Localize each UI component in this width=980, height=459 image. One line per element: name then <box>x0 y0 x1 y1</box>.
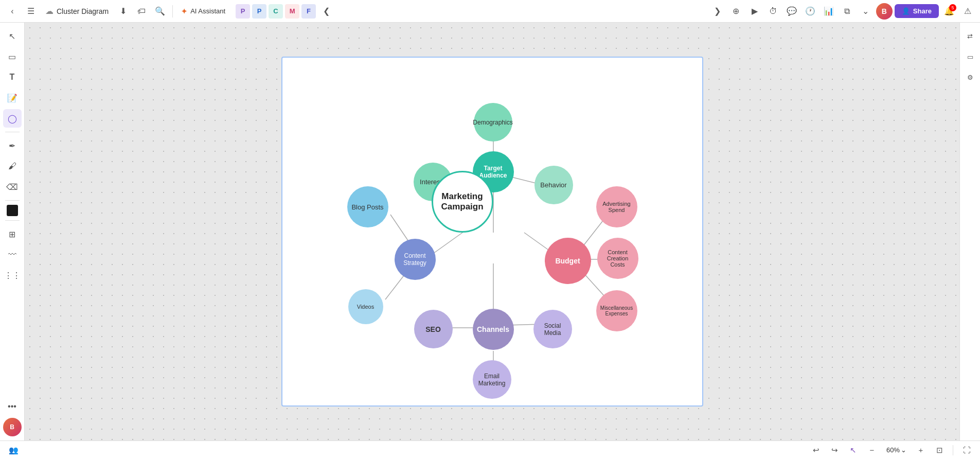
tab-indigo[interactable]: F <box>301 4 316 19</box>
tool-frame[interactable]: ▭ <box>3 47 22 66</box>
fit-screen-button[interactable]: ⊡ <box>932 443 947 457</box>
demographics-label: Demographics <box>473 119 512 126</box>
help-button[interactable]: ⚠ <box>959 3 976 20</box>
tool-shapes[interactable]: ◯ <box>3 109 22 128</box>
node-email-marketing[interactable]: Email Marketing <box>473 360 511 399</box>
tag-button[interactable]: 🏷 <box>133 3 150 20</box>
budget-label: Budget <box>555 257 580 265</box>
node-demographics[interactable]: Demographics <box>474 103 512 142</box>
zoom-display[interactable]: 60% ⌄ <box>883 445 910 455</box>
content-creation-label: Content Creation Costs <box>607 249 629 268</box>
toolbar-right: ❯ ⊕ ▶ ⏱ 💬 🕐 📊 ⧉ ⌄ B 👤 Share 🔔 5 ⚠ <box>709 3 976 20</box>
fullscreen-button[interactable]: ⛶ <box>959 443 974 457</box>
diagram-title: ☁ Cluster Diagram <box>41 6 113 16</box>
node-content-creation-costs[interactable]: Content Creation Costs <box>597 238 638 279</box>
node-miscellaneous-expenses[interactable]: Miscellaneous Expenses <box>596 290 637 331</box>
content-strategy-label: Content Strategy <box>403 252 426 267</box>
misc-label: Miscellaneous Expenses <box>600 305 633 316</box>
canvas-area[interactable]: Marketing Campaign Target Audience Demog… <box>25 23 959 440</box>
tab-p[interactable]: P <box>236 4 250 19</box>
bottom-toolbar: 👥 ↩ ↪ ↖ − 60% ⌄ + ⊡ ⛶ <box>0 440 980 459</box>
cloud-icon: ☁ <box>45 6 54 16</box>
ai-assistant-label: AI Assistant <box>190 7 225 15</box>
right-tool-2[interactable]: ▭ <box>961 47 979 66</box>
bottom-divider <box>953 445 953 455</box>
channels-label: Channels <box>477 325 509 333</box>
tab-teal[interactable]: C <box>269 4 283 19</box>
search-button[interactable]: 🔍 <box>152 3 168 20</box>
tool-sticky[interactable]: 📝 <box>3 89 22 107</box>
sidebar-sep-3 <box>5 220 20 221</box>
play-button[interactable]: ▶ <box>746 3 763 20</box>
timer-button[interactable]: ⏱ <box>765 3 781 20</box>
undo-button[interactable]: ↩ <box>809 443 824 457</box>
more-button[interactable]: ⌄ <box>858 3 874 20</box>
tab-blue[interactable]: P <box>252 4 266 19</box>
bottom-share-button[interactable]: 👥 <box>6 443 21 457</box>
tool-brush[interactable]: 🖌 <box>3 157 22 175</box>
tool-avatar-small[interactable]: B <box>3 418 22 436</box>
email-marketing-label: Email Marketing <box>478 373 506 387</box>
seo-label: SEO <box>425 325 441 333</box>
ai-icon: ✦ <box>181 7 187 15</box>
tool-grid[interactable]: ⋮⋮ <box>3 266 22 285</box>
advertising-label: Advertising Spend <box>602 201 630 213</box>
left-sidebar: ↖ ▭ T 📝 ◯ ✒ 🖌 ⌫ ⊞ 〰 ⋮⋮ ••• B <box>0 23 25 440</box>
node-channels[interactable]: Channels <box>473 309 514 350</box>
node-marketing-campaign[interactable]: Marketing Campaign <box>432 171 493 233</box>
behavior-label: Behavior <box>540 181 566 189</box>
share-label: Share <box>913 7 932 15</box>
redo-button[interactable]: ↪ <box>828 443 842 457</box>
tool-more[interactable]: ••• <box>3 397 22 416</box>
sidebar-sep-2 <box>5 200 20 201</box>
add-button[interactable]: ⊕ <box>728 3 744 20</box>
node-blog-posts[interactable]: Blog Posts <box>347 186 388 227</box>
node-behavior[interactable]: Behavior <box>534 166 573 204</box>
node-content-strategy[interactable]: Content Strategy <box>395 239 436 280</box>
collapse-button[interactable]: ❮ <box>318 3 334 20</box>
node-seo[interactable]: SEO <box>414 310 453 348</box>
tool-table[interactable]: ⊞ <box>3 225 22 243</box>
ai-avatar: B <box>876 3 893 20</box>
sidebar-sep-1 <box>5 132 20 132</box>
videos-label: Videos <box>357 304 374 310</box>
menu-button[interactable]: ☰ <box>23 3 39 20</box>
tab-icons: P P C M F <box>236 4 316 19</box>
notification-badge: 5 <box>949 4 956 11</box>
share-icon: 👤 <box>902 7 910 15</box>
node-budget[interactable]: Budget <box>545 238 591 284</box>
integration-button[interactable]: ⧉ <box>839 3 856 20</box>
clock-button[interactable]: 🕐 <box>802 3 818 20</box>
zoom-out-button[interactable]: − <box>865 443 879 457</box>
ai-assistant-button[interactable]: ✦ AI Assistant <box>177 5 229 17</box>
zoom-chevron: ⌄ <box>901 446 906 454</box>
tool-pen[interactable]: ✒ <box>3 136 22 155</box>
user-avatar[interactable]: B <box>876 3 893 20</box>
zoom-level: 60% <box>886 446 900 454</box>
top-toolbar: ‹ ☰ ☁ Cluster Diagram ⬇ 🏷 🔍 ✦ AI Assista… <box>0 0 980 23</box>
color-swatch[interactable] <box>7 205 18 216</box>
chat-button[interactable]: 💬 <box>783 3 800 20</box>
node-videos[interactable]: Videos <box>348 289 383 324</box>
notification-container: 🔔 5 <box>941 3 957 20</box>
tool-eraser[interactable]: ⌫ <box>3 178 22 196</box>
blog-posts-label: Blog Posts <box>351 203 383 211</box>
tab-pink[interactable]: M <box>285 4 299 19</box>
zoom-in-button[interactable]: + <box>914 443 928 457</box>
expand-icon[interactable]: ❯ <box>709 3 726 20</box>
tool-cursor[interactable]: ↖ <box>3 27 22 45</box>
node-social-media[interactable]: Social Media <box>533 310 572 348</box>
cursor-tool[interactable]: ↖ <box>846 443 861 457</box>
back-button[interactable]: ‹ <box>4 3 21 20</box>
target-audience-label: Target Audience <box>479 165 507 179</box>
chart-button[interactable]: 📊 <box>821 3 837 20</box>
tool-text[interactable]: T <box>3 68 22 86</box>
tool-lines[interactable]: 〰 <box>3 245 22 264</box>
right-tool-3[interactable]: ⚙ <box>961 68 979 86</box>
right-tool-1[interactable]: ⇄ <box>961 27 979 45</box>
share-button[interactable]: 👤 Share <box>895 4 939 18</box>
node-advertising-spend[interactable]: Advertising Spend <box>596 186 637 227</box>
center-label: Marketing Campaign <box>441 191 483 212</box>
right-sidebar: ⇄ ▭ ⚙ <box>959 23 980 440</box>
download-button[interactable]: ⬇ <box>115 3 131 20</box>
